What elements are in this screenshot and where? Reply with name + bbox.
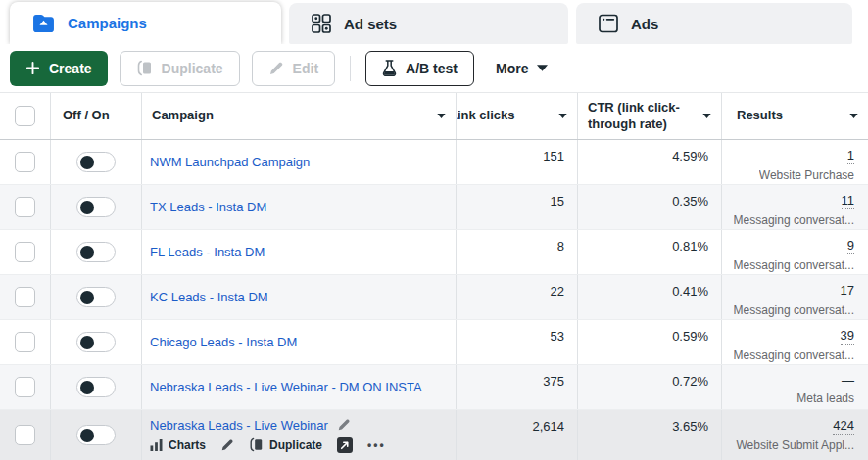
link-clicks-value: 151 [457, 140, 578, 184]
results-value[interactable]: 11 [842, 193, 855, 209]
select-all-checkbox[interactable] [15, 106, 35, 126]
trend-arrow-icon [337, 437, 353, 453]
more-button[interactable]: More [486, 61, 557, 76]
ctr-value: 0.41% [578, 275, 722, 319]
edit-label: Edit [293, 61, 318, 76]
ctr-value: 3.65% [578, 410, 722, 460]
link-clicks-value: 375 [457, 365, 578, 409]
row-checkbox[interactable] [15, 332, 35, 352]
row-checkbox[interactable] [15, 425, 35, 445]
link-clicks-value: 53 [457, 320, 578, 364]
pencil-icon [268, 61, 284, 76]
sort-caret-icon[interactable] [431, 114, 446, 118]
edit-button[interactable]: Edit [252, 51, 335, 86]
table-row: NWM Launchpad Campaign 151 4.59% 1 Websi… [0, 140, 868, 185]
pencil-icon [220, 438, 234, 452]
bar-chart-icon [150, 439, 163, 451]
campaigns-table: Off / On Campaign Link clicks CTR (link … [0, 93, 868, 460]
table-row: FL Leads - Insta DM 8 0.81% 9 Messaging … [0, 230, 868, 275]
campaign-link[interactable]: TX Leads - Insta DM [150, 200, 266, 214]
ctr-value: 0.35% [578, 185, 722, 229]
tab-ad-sets[interactable]: Ad sets [289, 3, 568, 44]
duplicate-icon [249, 437, 264, 452]
more-actions-ellipsis[interactable]: ••• [367, 438, 386, 452]
chevron-down-icon [537, 65, 548, 71]
results-type-label: Messaging conversat... [734, 258, 854, 272]
campaign-toggle[interactable] [76, 377, 116, 397]
actions-toolbar: Create Duplicate Edit A/B test More [0, 44, 868, 93]
results-type-label: Messaging conversat... [734, 213, 854, 227]
ctr-value: 4.59% [578, 140, 722, 184]
column-header-ctr[interactable]: CTR (link click-through rate) [578, 93, 722, 139]
sort-caret-icon[interactable] [697, 114, 711, 118]
ads-frame-icon [599, 14, 618, 33]
campaign-toggle[interactable] [76, 425, 116, 445]
ad-sets-grid-icon [312, 14, 331, 33]
results-value[interactable]: 39 [841, 328, 854, 345]
column-header-campaign[interactable]: Campaign [142, 93, 457, 139]
results-value[interactable]: 17 [841, 283, 854, 299]
results-value[interactable]: 9 [847, 238, 854, 254]
edit-name-pencil-icon[interactable] [337, 418, 351, 432]
results-type-label: Messaging conversat... [734, 303, 854, 317]
campaign-link[interactable]: Chicago Leads - Insta DM [150, 335, 297, 349]
campaign-link[interactable]: KC Leads - Insta DM [150, 290, 268, 304]
results-value[interactable]: 1 [847, 148, 854, 164]
more-label: More [496, 61, 528, 76]
row-checkbox[interactable] [15, 152, 35, 172]
campaign-link[interactable]: Nebraska Leads - Live Webinar - DM ON IN… [150, 380, 422, 394]
ab-test-button[interactable]: A/B test [365, 51, 474, 86]
table-header-row: Off / On Campaign Link clicks CTR (link … [0, 93, 868, 140]
link-clicks-value: 8 [457, 230, 578, 274]
tab-ads[interactable]: Ads [576, 3, 852, 44]
link-clicks-value: 15 [457, 185, 578, 229]
results-value: — [842, 373, 854, 388]
campaign-link[interactable]: NWM Launchpad Campaign [150, 155, 310, 169]
duplicate-action[interactable]: Duplicate [249, 437, 322, 452]
campaign-link[interactable]: FL Leads - Insta DM [150, 245, 265, 259]
campaign-toggle[interactable] [76, 197, 116, 217]
duplicate-button[interactable]: Duplicate [120, 51, 240, 86]
results-type-label: Messaging conversat... [734, 348, 854, 362]
campaign-toggle[interactable] [76, 332, 116, 352]
row-checkbox[interactable] [15, 242, 35, 262]
entity-tabbar: Campaigns Ad sets Ads [0, 0, 868, 44]
toolbar-divider [350, 56, 351, 81]
campaign-toggle[interactable] [76, 287, 116, 307]
results-value[interactable]: 424 [833, 418, 854, 435]
ctr-value: 0.81% [578, 230, 722, 274]
create-button[interactable]: Create [10, 51, 108, 86]
row-checkbox[interactable] [15, 287, 35, 307]
duplicate-icon [136, 60, 153, 76]
tab-label: Ads [631, 16, 658, 32]
duplicate-label: Duplicate [162, 61, 223, 76]
row-checkbox[interactable] [15, 377, 35, 397]
create-label: Create [49, 61, 92, 76]
ctr-value: 0.59% [578, 320, 722, 364]
campaign-toggle[interactable] [76, 242, 116, 262]
table-row: KC Leads - Insta DM 22 0.41% 17 Messagin… [0, 275, 868, 320]
column-header-link-clicks[interactable]: Link clicks [457, 93, 578, 139]
row-hover-actions: Charts Duplicate [150, 437, 386, 453]
edit-action[interactable] [220, 438, 234, 452]
results-type-label: Website Submit Appl... [736, 438, 854, 452]
plus-icon [25, 61, 40, 75]
tab-campaigns[interactable]: Campaigns [10, 2, 281, 44]
select-all-cell [0, 93, 51, 139]
sort-caret-icon[interactable] [553, 114, 567, 118]
results-type-label: Meta leads [796, 391, 854, 405]
row-checkbox[interactable] [15, 197, 35, 217]
tab-label: Campaigns [68, 15, 147, 31]
view-trends-action[interactable] [337, 437, 353, 453]
campaign-toggle[interactable] [76, 152, 116, 172]
charts-action[interactable]: Charts [150, 438, 206, 452]
column-header-results[interactable]: Results [722, 93, 868, 139]
campaign-link[interactable]: Nebraska Leads - Live Webinar [150, 418, 328, 433]
link-clicks-value: 22 [457, 275, 578, 319]
column-header-off-on: Off / On [51, 93, 142, 139]
sort-caret-icon[interactable] [844, 114, 858, 118]
table-row: Chicago Leads - Insta DM 53 0.59% 39 Mes… [0, 320, 868, 365]
ctr-value: 0.72% [578, 365, 722, 409]
table-row: Nebraska Leads - Live Webinar - DM ON IN… [0, 365, 868, 410]
table-row-hovered: Nebraska Leads - Live Webinar Charts [0, 410, 868, 460]
